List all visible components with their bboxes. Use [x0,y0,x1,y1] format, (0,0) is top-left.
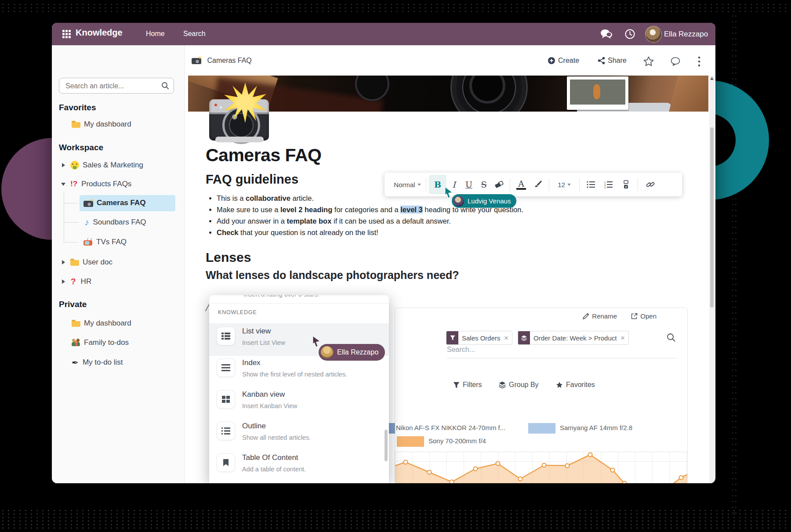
text-format-toolbar: Normal B I U S A 12 [385,173,682,196]
menu-home[interactable]: Home [146,30,165,38]
checklist-button[interactable] [617,176,635,193]
insert-link-button[interactable] [641,176,660,193]
facet-remove-icon[interactable]: ✕ [620,331,628,344]
rename-button[interactable]: Rename [583,312,617,320]
view-search-icon[interactable] [667,333,675,342]
article-search-input[interactable] [65,78,159,94]
sidebar-item-cameras-faq[interactable]: Cameras FAQ [83,198,146,208]
sidebar-item-sales-marketing[interactable]: Sales & Marketing [62,160,143,170]
legend-label-sony[interactable]: Sony 70-200mm f/4 [428,437,486,445]
breadcrumb[interactable]: Cameras FAQ [192,56,252,65]
sidebar-item-hr[interactable]: ? HR [62,276,91,287]
article-heading-question[interactable]: What lenses do landscape photographers n… [206,269,459,282]
numbered-list-button[interactable]: 1 2 3 [600,176,617,193]
cover-polaroid-photo [567,76,628,110]
app-window: Knowledge Home Search Ella Rezzapo [52,23,715,483]
avatar-ludvig [454,196,464,206]
chatter-icon[interactable] [671,57,680,66]
article-emoji-icon[interactable] [209,93,270,141]
facet-order-date-week-product[interactable]: Order Date: Week > Product ✕ [518,331,629,345]
bold-button[interactable]: B [429,175,446,194]
powerbox-divider [209,303,389,304]
view-search-placeholder[interactable]: Search... [447,346,475,354]
sidebar: Favorites My dashboard Workspace Sales &… [52,45,185,483]
group-by-dropdown[interactable]: Group By [499,381,539,389]
window-scrollbar[interactable] [709,76,715,483]
legend-label-nikon[interactable]: Nikon AF-S FX NIKKOR 24-70mm f... [396,424,505,431]
remove-format-eraser-button[interactable] [491,176,507,193]
share-button[interactable]: Share [598,57,627,65]
sidebar-item-my-todo-list[interactable]: ✒ My to-do list [72,357,123,368]
tree-line [64,192,64,242]
search-icon [161,82,169,90]
pencil-icon [583,313,589,319]
paragraph-style-dropdown[interactable]: Normal [385,176,423,193]
user-name[interactable]: Ella Rezzapo [664,30,708,39]
page: Knowledge Home Search Ella Rezzapo [0,0,791,532]
article-heading-lenses[interactable]: Lenses [206,250,251,265]
article-search-box[interactable] [59,78,174,94]
strikethrough-button[interactable]: S [476,176,491,193]
user-avatar[interactable] [645,26,662,43]
menu-search[interactable]: Search [183,30,206,38]
sidebar-item-family-todos[interactable]: Family to-dos [72,337,129,348]
open-button[interactable]: Open [631,312,657,320]
powerbox-item-index[interactable]: Index Show the first level of nested art… [217,358,384,387]
line-chart[interactable] [395,452,687,483]
powerbox-item-kanban-view[interactable]: Kanban view Insert Kanban View [217,390,384,418]
chevron-right-icon[interactable] [62,260,65,264]
index-icon [217,358,235,377]
filters-dropdown[interactable]: Filters [453,381,482,389]
sidebar-item-my-dashboard-fav[interactable]: My dashboard [72,119,131,130]
facet-remove-icon[interactable]: ✕ [504,331,512,344]
powerbox-section-label: KNOWLEDGE [218,309,257,315]
powerbox-item-outline[interactable]: Outline Show all nested articles. [217,422,384,450]
group-by-layers-icon [518,331,530,344]
sidebar-item-my-dashboard-private[interactable]: My dashboard [72,318,131,329]
folder-icon [70,259,79,266]
typed-slash-character[interactable]: / [205,300,209,313]
legend-swatch-sony[interactable] [397,436,424,447]
sidebar-item-tvs-faq[interactable]: TVs FAQ [83,237,127,247]
bullet-item[interactable]: Check that your question is not already … [206,227,540,238]
camera-detail [214,104,217,106]
bulleted-list-button[interactable] [582,176,600,193]
apps-grid-icon[interactable] [62,30,71,38]
command-powerbox: Insert a rating over 5 stars. KNOWLEDGE … [209,295,389,483]
scrollbar-thumb[interactable] [710,127,714,308]
create-button[interactable]: Create [548,57,579,65]
chevron-down-icon[interactable] [61,183,65,186]
article-heading-faq-guidelines[interactable]: FAQ guidelines [206,172,298,187]
font-color-button[interactable]: A [513,176,530,193]
messages-icon[interactable] [600,29,613,40]
checklist-icon [623,180,630,189]
chevron-right-icon[interactable] [62,163,65,167]
sidebar-item-soundbars-faq[interactable]: ♪ Soundbars FAQ [84,217,146,228]
breadcrumb-label: Cameras FAQ [207,57,251,64]
favorites-dropdown[interactable]: Favorites [556,381,595,389]
powerbox-item-table-of-content[interactable]: Table Of Content Add a table of content. [217,453,384,481]
highlight-color-button[interactable] [530,176,546,193]
scroll-up-arrow[interactable] [710,77,714,80]
scrolled-command-item[interactable]: Insert a rating over 5 stars. [243,295,319,298]
chevron-right-icon[interactable] [62,279,65,284]
list-view-icon [217,327,235,345]
font-size-dropdown[interactable]: 12 [552,176,577,193]
favorite-star-icon[interactable] [643,56,654,66]
toolbar-divider [510,178,510,191]
bullet-item[interactable]: Add your answer in a template box if it … [206,215,540,227]
facet-sales-orders[interactable]: Sales Orders ✕ [446,331,512,345]
search-underline [447,358,676,358]
money-face-icon [70,161,79,170]
powerbox-scrollbar-thumb[interactable] [385,430,388,461]
sidebar-item-products-faqs[interactable]: !? Products FAQs [61,179,131,189]
legend-swatch-samyang[interactable] [528,423,555,434]
activity-clock-icon[interactable] [625,29,635,39]
app-title[interactable]: Knowledge [76,28,123,38]
sidebar-item-user-doc[interactable]: User doc [62,257,112,268]
article-title[interactable]: Cameras FAQ [206,145,321,166]
embedded-view-card: Rename Open Sales Orders ✕ [395,308,688,483]
legend-label-samyang[interactable]: Samyang AF 14mm f/2.8 [560,424,632,431]
underline-button[interactable]: U [461,176,476,193]
kebab-menu-icon[interactable] [698,56,700,67]
